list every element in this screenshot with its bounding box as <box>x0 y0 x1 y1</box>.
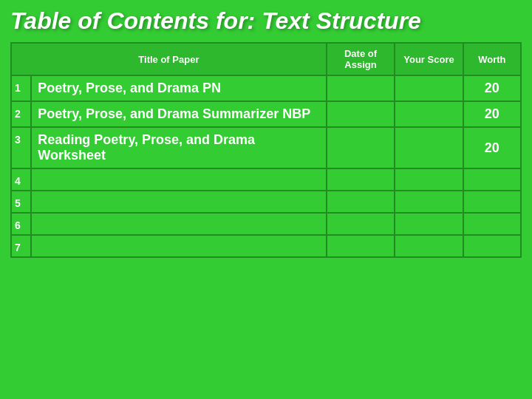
row-date-1 <box>327 75 395 101</box>
row-worth-4 <box>463 168 521 191</box>
row-num-2: 2 <box>11 101 31 127</box>
row-date-4 <box>327 168 395 191</box>
page-title: Table of Contents for: Text Structure <box>10 7 522 35</box>
row-title-6 <box>31 213 326 235</box>
row-date-7 <box>327 235 395 257</box>
row-num-6: 6 <box>11 213 31 235</box>
row-title-7 <box>31 235 326 257</box>
row-worth-6 <box>463 213 521 235</box>
row-score-5 <box>395 191 463 213</box>
row-worth-3: 20 <box>463 127 521 168</box>
row-date-2 <box>327 101 395 127</box>
row-worth-2: 20 <box>463 101 521 127</box>
row-title-5 <box>31 191 326 213</box>
row-date-6 <box>327 213 395 235</box>
header-date-col: Date of Assign <box>327 43 395 75</box>
row-worth-7 <box>463 235 521 257</box>
contents-table: Title of Paper Date of Assign Your Score… <box>10 42 522 258</box>
row-worth-5 <box>463 191 521 213</box>
row-date-5 <box>327 191 395 213</box>
row-score-6 <box>395 213 463 235</box>
row-num-5: 5 <box>11 191 31 213</box>
header-score-col: Your Score <box>395 43 463 75</box>
row-title-2: Poetry, Prose, and Drama Summarizer NBP <box>31 101 326 127</box>
row-score-7 <box>395 235 463 257</box>
row-num-1: 1 <box>11 75 31 101</box>
row-title-3: Reading Poetry, Prose, and Drama Workshe… <box>31 127 326 168</box>
row-title-1: Poetry, Prose, and Drama PN <box>31 75 326 101</box>
row-num-4: 4 <box>11 168 31 191</box>
header-worth-col: Worth <box>463 43 521 75</box>
row-num-7: 7 <box>11 235 31 257</box>
page-wrapper: Table of Contents for: Text Structure Ti… <box>0 0 532 399</box>
row-score-1 <box>395 75 463 101</box>
row-worth-1: 20 <box>463 75 521 101</box>
row-title-4 <box>31 168 326 191</box>
row-score-4 <box>395 168 463 191</box>
row-date-3 <box>327 127 395 168</box>
row-num-3: 3 <box>11 127 31 168</box>
row-score-2 <box>395 101 463 127</box>
row-score-3 <box>395 127 463 168</box>
header-title-col: Title of Paper <box>11 43 327 75</box>
